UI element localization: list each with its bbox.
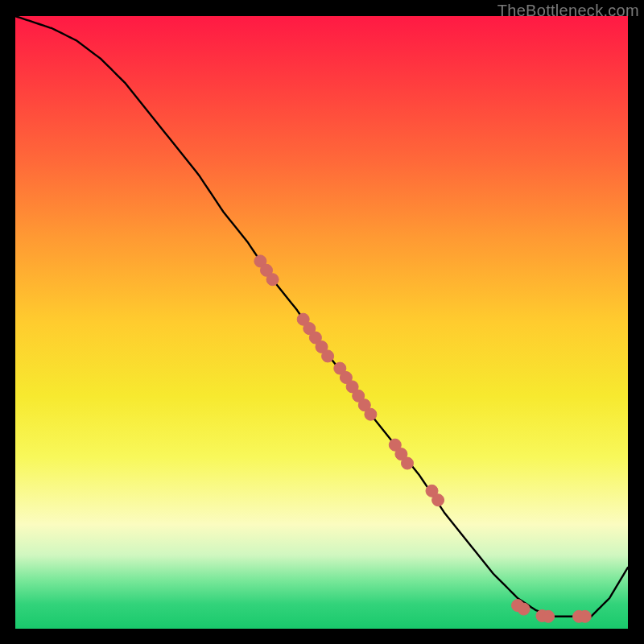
data-points-group [254, 255, 591, 622]
data-point [266, 274, 279, 286]
data-point [365, 408, 377, 420]
chart-overlay-svg [15, 16, 628, 629]
data-point [518, 603, 530, 615]
data-point [543, 610, 555, 622]
data-point [432, 494, 444, 506]
data-point [579, 610, 591, 622]
data-point [402, 457, 414, 469]
data-point [322, 350, 334, 362]
bottleneck-curve [15, 16, 628, 617]
watermark-text: TheBottleneck.com [497, 2, 639, 20]
chart-plot-area [15, 16, 628, 629]
